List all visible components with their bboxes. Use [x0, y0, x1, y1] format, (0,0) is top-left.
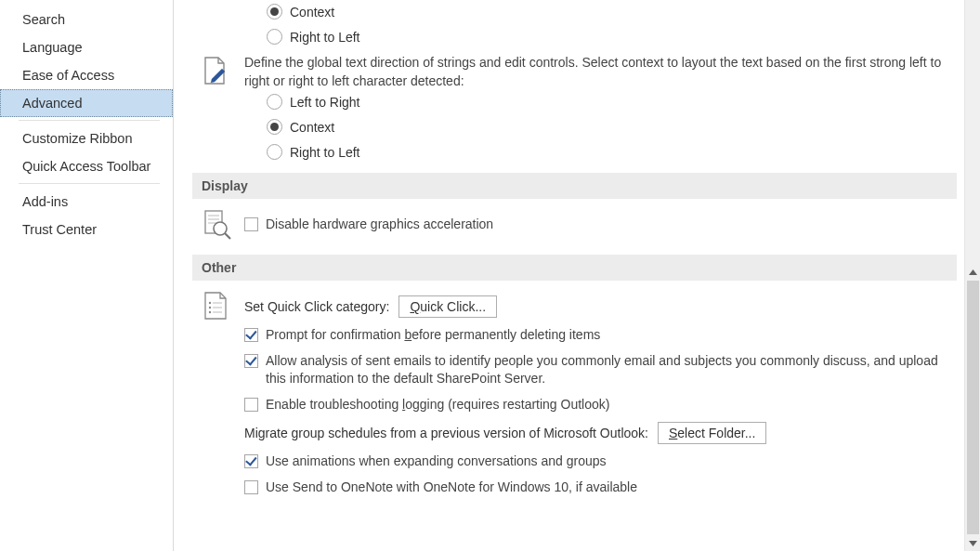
checkbox-enable-logging[interactable]: Enable troubleshooting logging (requires… — [244, 396, 957, 413]
scroll-thumb[interactable] — [967, 281, 979, 534]
sidebar-item-search[interactable]: Search — [0, 6, 173, 33]
checkbox-label: Enable troubleshooting logging (requires… — [266, 396, 957, 413]
sidebar-item-language[interactable]: Language — [0, 33, 173, 61]
sidebar-separator — [19, 120, 160, 121]
radio-rtl-2[interactable]: Right to Left — [267, 144, 957, 160]
radio-rtl-1[interactable]: Right to Left — [267, 29, 957, 45]
sidebar-item-customize-ribbon[interactable]: Customize Ribbon — [0, 125, 173, 152]
radio-icon — [267, 4, 282, 20]
vertical-scrollbar[interactable] — [964, 0, 980, 551]
section-other-header: Other — [192, 255, 957, 281]
radio-icon — [267, 94, 282, 110]
svg-point-4 — [214, 222, 227, 235]
radio-label: Right to Left — [290, 145, 360, 160]
sidebar-item-add-ins[interactable]: Add-ins — [0, 188, 173, 216]
radio-group-2: Left to Right Context Right to Left — [267, 94, 957, 160]
sidebar-item-advanced[interactable]: Advanced — [0, 89, 173, 117]
checkbox-label: Disable hardware graphics acceleration — [266, 216, 957, 233]
sidebar-item-label: Ease of Access — [22, 68, 114, 83]
sidebar-item-label: Trust Center — [22, 222, 97, 237]
radio-context-2[interactable]: Context — [267, 119, 957, 135]
sidebar-item-quick-access-toolbar[interactable]: Quick Access Toolbar — [0, 152, 173, 180]
radio-icon — [267, 119, 282, 135]
quick-click-label: Set Quick Click category: — [244, 299, 389, 314]
sidebar-item-label: Search — [22, 12, 65, 27]
checkbox-use-animations[interactable]: Use animations when expanding conversati… — [244, 453, 957, 470]
radio-label: Left to Right — [290, 95, 360, 110]
radio-context-1[interactable]: Context — [267, 4, 957, 20]
checkbox-label: Use Send to OneNote with OneNote for Win… — [266, 479, 957, 496]
radio-label: Context — [290, 120, 334, 135]
edit-document-icon — [202, 56, 244, 85]
checkbox-icon — [244, 354, 258, 368]
options-content: Context Right to Left — [174, 0, 964, 551]
radio-icon — [267, 29, 282, 45]
svg-point-8 — [209, 307, 211, 308]
section-display-header: Display — [192, 173, 957, 199]
radio-group-1: Context Right to Left — [267, 4, 957, 45]
checkbox-icon — [244, 217, 258, 231]
sidebar-separator — [19, 183, 160, 184]
checkbox-disable-graphics[interactable]: Disable hardware graphics acceleration — [244, 216, 957, 233]
checkbox-icon — [244, 398, 258, 412]
radio-ltr-2[interactable]: Left to Right — [267, 94, 957, 110]
sidebar-item-label: Add-ins — [22, 194, 68, 209]
scroll-down-arrow-icon[interactable] — [965, 535, 980, 551]
list-document-icon — [202, 290, 244, 321]
svg-point-6 — [209, 302, 211, 304]
sidebar-item-trust-center[interactable]: Trust Center — [0, 216, 173, 243]
global-direction-description: Define the global text direction of stri… — [244, 54, 957, 90]
checkbox-prompt-confirm[interactable]: Prompt for confirmation before permanent… — [244, 326, 957, 344]
checkbox-label: Allow analysis of sent emails to identif… — [266, 352, 957, 387]
sidebar-item-label: Advanced — [22, 96, 83, 111]
checkbox-allow-analysis[interactable]: Allow analysis of sent emails to identif… — [244, 352, 957, 387]
document-magnify-icon — [202, 208, 244, 240]
checkbox-icon — [244, 480, 258, 494]
radio-label: Context — [290, 5, 334, 20]
checkbox-icon — [244, 454, 258, 468]
sidebar-item-ease-of-access[interactable]: Ease of Access — [0, 61, 173, 89]
migrate-label: Migrate group schedules from a previous … — [244, 426, 648, 440]
checkbox-label: Prompt for confirmation before permanent… — [266, 326, 957, 344]
sidebar-item-label: Language — [22, 40, 83, 55]
quick-click-button[interactable]: Quick Click... — [399, 295, 497, 318]
sidebar-item-label: Quick Access Toolbar — [22, 159, 150, 174]
scroll-up-arrow-icon[interactable] — [965, 264, 980, 280]
radio-label: Right to Left — [290, 30, 360, 45]
svg-line-5 — [225, 233, 230, 239]
sidebar-item-label: Customize Ribbon — [22, 131, 132, 146]
select-folder-button[interactable]: Select Folder... — [658, 422, 766, 444]
checkbox-label: Use animations when expanding conversati… — [266, 453, 957, 470]
svg-point-10 — [209, 311, 211, 313]
checkbox-send-to-onenote[interactable]: Use Send to OneNote with OneNote for Win… — [244, 479, 957, 496]
checkbox-icon — [244, 328, 258, 342]
radio-icon — [267, 144, 282, 160]
options-sidebar: Search Language Ease of Access Advanced … — [0, 0, 174, 551]
